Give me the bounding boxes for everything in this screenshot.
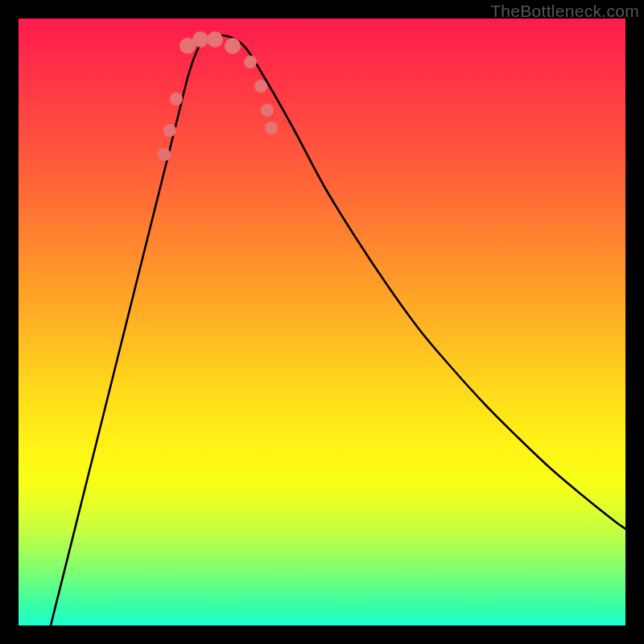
chart-area — [19, 19, 625, 625]
data-marker — [163, 124, 176, 137]
data-marker — [170, 93, 183, 105]
watermark-text: TheBottleneck.com — [490, 2, 639, 21]
data-marker — [158, 148, 171, 161]
data-marker — [254, 80, 267, 93]
data-marker — [207, 31, 223, 47]
data-marker — [244, 56, 257, 68]
bottleneck-curve — [51, 35, 625, 625]
data-marker — [192, 31, 208, 47]
curve-svg — [19, 19, 625, 625]
data-marker — [261, 104, 274, 117]
data-markers — [158, 31, 278, 161]
data-marker — [265, 122, 278, 134]
data-marker — [225, 38, 241, 54]
